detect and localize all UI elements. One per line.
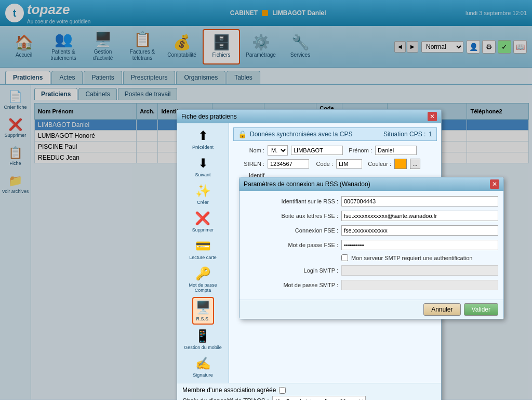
rss-identifiant-row: Identifiant sur le RSS : — [245, 196, 498, 207]
rss-connexion-label: Connexion FSE : — [245, 227, 338, 234]
rss-valider-btn[interactable]: Valider — [464, 303, 498, 316]
mot-de-passe-label: Mot de passe Compta — [181, 282, 224, 293]
prenom-label: Prénom : — [346, 147, 372, 153]
btn-precedent[interactable]: ⬆ Précédent — [190, 126, 216, 152]
rss-modal-close[interactable]: ✕ — [490, 179, 499, 189]
siren-label: SIREN : — [233, 161, 264, 167]
gestion-mobile-label: Gestion du mobile — [184, 345, 222, 350]
rss-icon: 🖥️ — [195, 300, 211, 315]
rss-mdpsmtp-label: Mot de passe SMTP : — [245, 282, 338, 288]
fiche-sidebar: ⬆ Précédent ⬇ Suivant ✨ Créer ❌ Supprime… — [177, 123, 229, 383]
signature-icon: ✍️ — [195, 356, 211, 371]
rss-modal-body: Identifiant sur le RSS : Boite aux lettr… — [240, 191, 503, 300]
nom-row: Nom : M. Prénom : — [233, 145, 437, 156]
btn-creer[interactable]: ✨ Créer — [193, 182, 213, 207]
nom-label: Nom : — [233, 147, 264, 153]
rss-connexion-input[interactable] — [341, 225, 498, 236]
rss-modal-footer: Annuler Valider — [240, 300, 503, 319]
gestion-mobile-icon: 📱 — [195, 329, 210, 343]
rss-serveur-label: Mon serveur SMTP requiert une authentifi… — [351, 255, 472, 261]
lecture-carte-label: Lecture carte — [189, 255, 217, 260]
btn-rss[interactable]: 🖥️ R.S.S. — [192, 297, 214, 325]
membre-label: Membre d'une association agréée — [182, 386, 276, 394]
tpiacs-select[interactable]: Veuillez choisir un dispositif... — [272, 396, 366, 400]
fiche-modal-header: Fiche des praticiens ✕ — [177, 110, 441, 123]
code-label: Code : — [312, 161, 333, 167]
nom-input[interactable] — [291, 146, 343, 155]
creer-icon: ✨ — [195, 184, 211, 198]
rss-modal: Paramètres de connexion au RSS (Wanadoo)… — [239, 177, 504, 319]
rss-boite-input[interactable] — [341, 211, 498, 221]
btn-lecture-carte[interactable]: 💳 Lecture carte — [187, 237, 219, 262]
btn-supprimer[interactable]: ❌ Supprimer — [190, 209, 216, 235]
rss-serveur-row: Mon serveur SMTP requiert une authentifi… — [245, 254, 498, 261]
rss-motdepasse-row: Mot de passe FSE : — [245, 240, 498, 250]
rss-login-row: Login SMTP : — [245, 265, 498, 276]
rss-motdepasse-input[interactable] — [341, 240, 498, 250]
rss-serveur-checkbox[interactable] — [341, 254, 348, 261]
civilite-select[interactable]: M. — [268, 145, 288, 156]
code-input[interactable] — [336, 159, 362, 169]
couleur-label: Couleur : — [365, 161, 391, 167]
rss-boite-row: Boite aux lettres FSE : — [245, 211, 498, 221]
rss-label: R.S.S. — [196, 316, 209, 321]
rss-identifiant-label: Identifiant sur le RSS : — [245, 198, 338, 204]
sync-icon: 🔒 — [238, 130, 247, 138]
rss-modal-title: Paramètres de connexion au RSS (Wanadoo) — [244, 180, 370, 188]
membre-checkbox[interactable] — [279, 387, 286, 394]
btn-suivant[interactable]: ⬇ Suivant — [193, 154, 212, 179]
situation-value: 1 — [429, 131, 432, 138]
rss-login-label: Login SMTP : — [245, 267, 338, 274]
btn-mot-de-passe[interactable]: 🔑 Mot de passe Compta — [179, 264, 227, 295]
creer-label: Créer — [197, 200, 209, 205]
prenom-input[interactable] — [375, 146, 417, 155]
lecture-carte-icon: 💳 — [195, 239, 211, 253]
rss-motdepasse-label: Mot de passe FSE : — [245, 242, 338, 248]
rss-login-input[interactable] — [341, 265, 498, 276]
siren-input[interactable] — [268, 159, 309, 169]
precedent-icon: ⬆ — [198, 128, 208, 143]
sync-banner: 🔒 Données synchronisées avec la CPS Situ… — [233, 127, 437, 141]
rss-mdpsmtp-input[interactable] — [341, 280, 498, 290]
color-btn[interactable]: ... — [410, 159, 420, 169]
suivant-label: Suivant — [195, 172, 210, 177]
btn-gestion-mobile[interactable]: 📱 Gestion du mobile — [182, 327, 224, 352]
signature-label: Signature — [193, 372, 213, 378]
membre-row: Membre d'une association agréée — [182, 386, 436, 394]
siren-row: SIREN : Code : Couleur : ... — [233, 159, 437, 169]
fiche-footer: Membre d'une association agréée Choix du… — [177, 383, 441, 400]
sync-label: Données synchronisées avec la CPS — [250, 131, 352, 138]
membre-assoc: Membre d'une association agréée — [182, 386, 286, 394]
mot-de-passe-icon: 🔑 — [195, 266, 211, 281]
color-picker[interactable] — [394, 159, 407, 169]
precedent-label: Précédent — [192, 145, 214, 150]
suivant-icon: ⬇ — [198, 156, 208, 171]
rss-mdpsmtp-row: Mot de passe SMTP : — [245, 280, 498, 290]
btn-signature[interactable]: ✍️ Signature — [191, 354, 215, 380]
rss-connexion-row: Connexion FSE : — [245, 225, 498, 236]
rss-identifiant-input[interactable] — [341, 196, 498, 207]
rss-boite-label: Boite aux lettres FSE : — [245, 213, 338, 219]
situation-label: Situation CPS : — [383, 131, 425, 138]
supprimer-label: Supprimer — [192, 227, 214, 233]
rss-annuler-btn[interactable]: Annuler — [423, 303, 460, 316]
fiche-modal-close[interactable]: ✕ — [428, 112, 437, 121]
tpiacs-row: Choix du dispositif de TPiACS : Veuillez… — [182, 396, 436, 400]
rss-modal-header: Paramètres de connexion au RSS (Wanadoo)… — [240, 177, 503, 191]
tpiacs-label: Choix du dispositif de TPiACS : — [182, 397, 269, 400]
supprimer-icon: ❌ — [195, 211, 210, 226]
fiche-modal-title: Fiche des praticiens — [181, 113, 237, 120]
